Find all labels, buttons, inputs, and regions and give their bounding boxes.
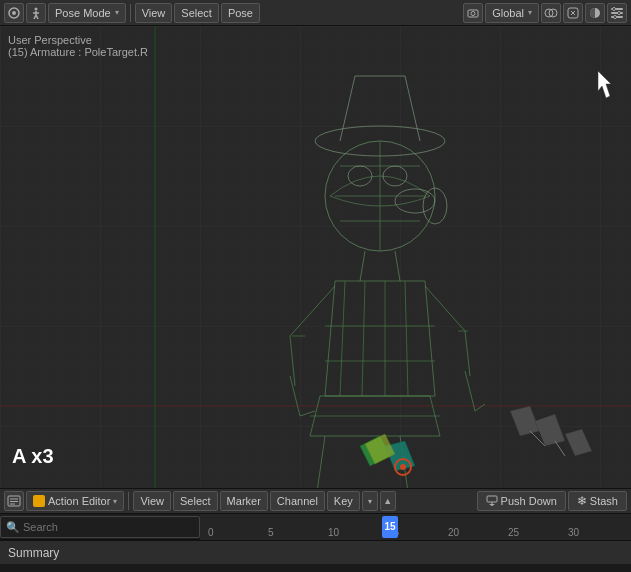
- key-arrow-icon: ▾: [368, 497, 372, 506]
- action-editor-button[interactable]: Action Editor ▾: [26, 491, 124, 511]
- global-dropdown-arrow: ▾: [528, 8, 532, 17]
- viewport[interactable]: User Perspective (15) Armature : PoleTar…: [0, 26, 631, 488]
- bottom-view-menu[interactable]: View: [133, 491, 171, 511]
- overlay-icon[interactable]: [541, 3, 561, 23]
- pose-mode-dropdown[interactable]: Pose Mode ▾: [48, 3, 126, 23]
- select-menu[interactable]: Select: [174, 3, 219, 23]
- frame-10: 10: [328, 527, 339, 538]
- stash-button[interactable]: ❄ Stash: [568, 491, 627, 511]
- svg-point-1: [12, 11, 16, 15]
- frame-25: 25: [508, 527, 519, 538]
- timeline-ruler[interactable]: 0 5 10 15 20 25 30 15: [200, 514, 631, 540]
- camera-icon[interactable]: [463, 3, 483, 23]
- search-input[interactable]: [0, 516, 200, 538]
- timeline-expand-icon[interactable]: ▲: [380, 491, 396, 511]
- svg-rect-23: [0, 26, 631, 488]
- svg-point-19: [618, 11, 621, 14]
- svg-point-2: [35, 7, 38, 10]
- snowflake-icon: ❄: [577, 494, 587, 508]
- top-toolbar: Pose Mode ▾ View Select Pose Global ▾: [0, 0, 631, 26]
- separator-1: [130, 4, 131, 22]
- expand-icon: ▲: [383, 496, 392, 506]
- action-editor-icon[interactable]: [4, 491, 24, 511]
- timeline-area: 🔍 0 5 10 15 20 25 30 15: [0, 514, 631, 540]
- svg-line-6: [36, 15, 38, 19]
- global-dropdown[interactable]: Global ▾: [485, 3, 539, 23]
- action-editor-toolbar: Action Editor ▾ View Select Marker Chann…: [0, 488, 631, 514]
- xray-icon[interactable]: [563, 3, 583, 23]
- push-down-icon: [486, 495, 498, 507]
- action-dropdown-arrow: ▾: [113, 497, 117, 506]
- svg-point-20: [614, 15, 617, 18]
- frame-0: 0: [208, 527, 214, 538]
- summary-bar: Summary: [0, 540, 631, 564]
- action-color-square: [33, 495, 45, 507]
- viewport-grid: [0, 26, 631, 488]
- bottom-select-menu[interactable]: Select: [173, 491, 218, 511]
- svg-point-36: [400, 464, 406, 470]
- svg-point-18: [613, 7, 616, 10]
- pose-icon[interactable]: [26, 3, 46, 23]
- summary-label: Summary: [8, 546, 59, 560]
- settings-icon-2[interactable]: [607, 3, 627, 23]
- pose-menu[interactable]: Pose: [221, 3, 260, 23]
- blender-menu-icon[interactable]: [4, 3, 24, 23]
- shading-icon[interactable]: [585, 3, 605, 23]
- dropdown-arrow-icon: ▾: [115, 8, 119, 17]
- view-menu[interactable]: View: [135, 3, 173, 23]
- bottom-key-menu[interactable]: Key: [327, 491, 360, 511]
- key-dropdown-arrow-btn[interactable]: ▾: [362, 491, 378, 511]
- svg-rect-47: [487, 496, 497, 502]
- svg-marker-49: [489, 504, 495, 506]
- frame-30: 30: [568, 527, 579, 538]
- bottom-channel-menu[interactable]: Channel: [270, 491, 325, 511]
- svg-point-8: [471, 11, 475, 15]
- bottom-marker-menu[interactable]: Marker: [220, 491, 268, 511]
- push-down-button[interactable]: Push Down: [477, 491, 566, 511]
- frame-20: 20: [448, 527, 459, 538]
- bottom-sep-1: [128, 492, 129, 510]
- timeline-cursor[interactable]: 15: [382, 516, 398, 538]
- frame-5: 5: [268, 527, 274, 538]
